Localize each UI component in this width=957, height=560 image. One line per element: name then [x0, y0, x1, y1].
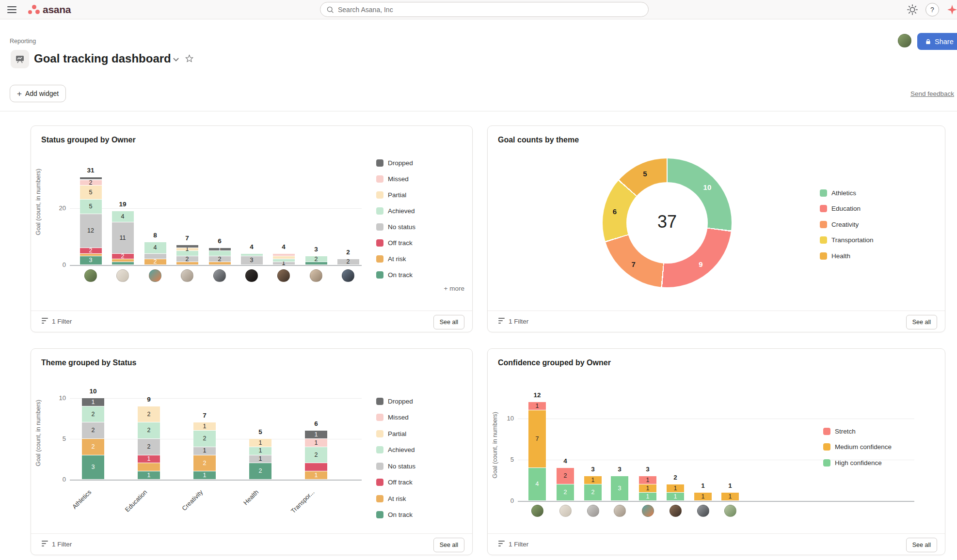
bar-segment[interactable] — [273, 256, 295, 259]
bar-segment[interactable]: 1 — [249, 439, 271, 447]
bar-segment[interactable]: 1 — [176, 248, 198, 250]
bar-segment[interactable]: 2 — [112, 254, 134, 259]
bar-segment[interactable]: 1 — [667, 493, 684, 500]
bar-segment[interactable]: 1 — [694, 493, 712, 500]
bar-segment[interactable]: 7 — [528, 410, 546, 467]
bar-segment[interactable]: 4 — [528, 468, 546, 500]
bar-segment[interactable]: 2 — [249, 463, 271, 479]
star-icon[interactable] — [185, 54, 193, 62]
search-input[interactable] — [338, 6, 642, 14]
bar-segment[interactable] — [305, 262, 327, 264]
legend-swatch — [376, 159, 383, 167]
bar-segment[interactable]: 2 — [80, 180, 102, 186]
bar-segment[interactable] — [112, 262, 134, 264]
bar-segment[interactable]: 4 — [112, 211, 134, 222]
bar-segment[interactable]: 1 — [721, 493, 739, 500]
bar-segment[interactable]: 1 — [193, 422, 216, 430]
bar-segment[interactable]: 1 — [305, 439, 327, 447]
bar-segment[interactable]: 1 — [639, 484, 656, 492]
menu-icon[interactable] — [7, 6, 17, 13]
bar-segment[interactable]: 1 — [138, 455, 160, 463]
bar-segment[interactable]: 2 — [82, 406, 104, 422]
bar-segment[interactable] — [144, 254, 166, 259]
user-avatar[interactable] — [898, 34, 911, 47]
add-widget-button[interactable]: + Add widget — [10, 85, 66, 102]
bar-segment[interactable]: 2 — [138, 439, 160, 455]
help-icon[interactable]: ? — [925, 3, 939, 16]
bar-segment[interactable]: 5 — [80, 186, 102, 199]
bar-segment[interactable]: 3 — [241, 256, 263, 264]
sparkle-icon[interactable] — [947, 4, 957, 15]
bar-segment[interactable]: 1 — [138, 471, 160, 479]
bar-segment[interactable]: 3 — [611, 476, 628, 500]
bar-segment[interactable] — [138, 463, 160, 471]
search-bar[interactable] — [320, 2, 649, 17]
send-feedback-link[interactable]: Send feedback — [910, 90, 954, 97]
bar-segment[interactable]: 2 — [209, 256, 231, 262]
bar-segment[interactable]: 2 — [138, 406, 160, 422]
bar-segment[interactable]: 2 — [584, 484, 602, 500]
breadcrumb[interactable]: Reporting — [10, 38, 36, 45]
chevron-down-icon[interactable] — [173, 57, 179, 62]
bar-segment[interactable]: 2 — [138, 422, 160, 438]
bar-segment[interactable]: 11 — [112, 222, 134, 253]
bar-segment[interactable]: 1 — [305, 431, 327, 438]
bar-segment[interactable]: 1 — [249, 455, 271, 463]
bar-segment[interactable]: 3 — [82, 455, 104, 479]
bar-segment[interactable] — [273, 259, 295, 262]
x-category-label: Creativity — [161, 488, 204, 531]
bar-segment[interactable]: 1 — [667, 484, 684, 492]
bar-segment[interactable]: 1 — [305, 471, 327, 479]
bar-segment[interactable]: 2 — [557, 468, 574, 484]
bar-segment[interactable] — [176, 262, 198, 264]
bar-segment[interactable]: 2 — [337, 259, 359, 264]
bar-segment[interactable]: 2 — [176, 256, 198, 262]
bar-segment[interactable]: 1 — [584, 476, 602, 484]
bar-segment[interactable]: 5 — [80, 200, 102, 213]
bar-segment[interactable]: 1 — [193, 447, 216, 455]
asana-logo[interactable]: asana — [28, 3, 71, 16]
see-all-button[interactable]: See all — [433, 315, 464, 329]
bar-segment[interactable]: 1 — [193, 471, 216, 479]
bar-segment[interactable]: 2 — [305, 447, 327, 463]
bar-segment[interactable]: 4 — [144, 242, 166, 253]
bar-segment[interactable]: 2 — [193, 455, 216, 471]
bar-segment[interactable]: 3 — [80, 256, 102, 264]
see-all-button[interactable]: See all — [906, 315, 937, 329]
bar-segment-label: 1 — [729, 494, 732, 500]
bar-segment[interactable]: 1 — [639, 493, 656, 500]
bar-segment[interactable]: 1 — [528, 402, 546, 410]
bar-segment[interactable] — [209, 262, 231, 264]
filter-button[interactable]: 1 Filter — [42, 311, 72, 332]
filter-button[interactable]: 1 Filter — [498, 311, 528, 332]
bar-segment[interactable] — [80, 177, 102, 180]
see-all-button[interactable]: See all — [906, 538, 937, 552]
bar-segment[interactable]: 1 — [639, 476, 656, 484]
bar-segment[interactable]: 12 — [80, 214, 102, 248]
bar-segment[interactable]: 2 — [557, 484, 574, 500]
bar-segment[interactable]: 2 — [82, 422, 104, 438]
bar-segment[interactable]: 2 — [144, 259, 166, 264]
bar-segment[interactable] — [176, 245, 198, 248]
filter-button[interactable]: 1 Filter — [498, 534, 528, 555]
bar-segment[interactable] — [305, 463, 327, 471]
bar-segment[interactable]: 1 — [273, 262, 295, 264]
legend-swatch — [376, 191, 383, 199]
bar-segment[interactable]: 2 — [305, 256, 327, 262]
bar-segment[interactable] — [112, 259, 134, 262]
bar-segment[interactable] — [80, 254, 102, 256]
settings-sun-icon[interactable] — [907, 4, 918, 15]
legend-more-link[interactable]: + more — [444, 285, 464, 292]
bar-segment-label: 1 — [646, 477, 650, 483]
bar-segment[interactable] — [241, 254, 263, 256]
share-button[interactable]: Share — [917, 33, 957, 50]
bar-segment[interactable]: 2 — [82, 439, 104, 455]
bar-segment[interactable]: 2 — [80, 248, 102, 253]
bar-segment[interactable]: 1 — [249, 447, 271, 455]
bar-segment[interactable] — [273, 254, 295, 256]
bar-segment[interactable]: 2 — [193, 431, 216, 447]
bar-segment[interactable]: 1 — [82, 398, 104, 406]
filter-button[interactable]: 1 Filter — [42, 534, 72, 555]
bar-segment[interactable]: 1 — [209, 248, 231, 250]
see-all-button[interactable]: See all — [433, 538, 464, 552]
